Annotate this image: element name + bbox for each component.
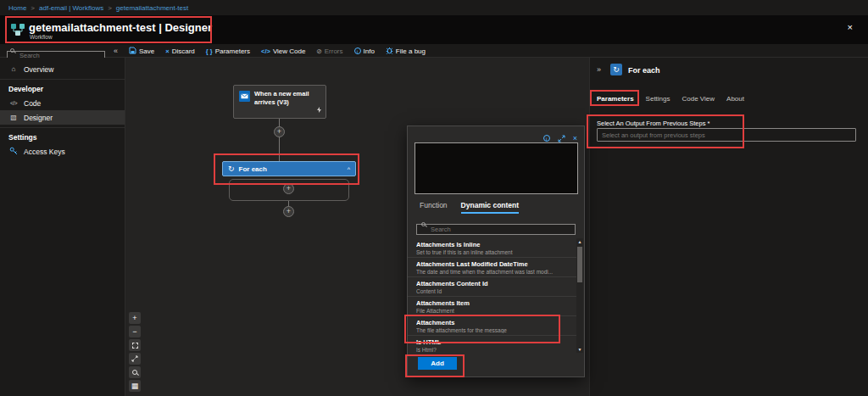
tab-dynamic-content[interactable]: Dynamic content	[461, 201, 520, 214]
item-title: Is HTML	[416, 338, 569, 346]
key-icon	[8, 147, 19, 157]
info-button[interactable]: i Info	[354, 47, 375, 55]
breadcrumb-home[interactable]: Home	[8, 4, 26, 12]
add-step-below-icon[interactable]: +	[283, 206, 294, 217]
code-icon: </>	[8, 100, 19, 106]
foreach-node-title: For each	[239, 165, 267, 173]
breadcrumb-workflows[interactable]: adf-email | Workflows	[39, 4, 103, 12]
panel-expand-icon[interactable]: »	[597, 65, 601, 74]
foreach-node-header[interactable]: ↻ For each ^	[222, 161, 356, 176]
add-action-inside-loop-icon[interactable]: +	[283, 183, 294, 194]
discard-icon: ×	[165, 47, 169, 55]
zoom-out-button[interactable]: −	[129, 326, 141, 337]
add-button[interactable]: Add	[418, 357, 457, 370]
sidebar-section-developer: Developer	[0, 82, 125, 96]
sidebar-divider	[0, 127, 125, 128]
scrollbar-thumb[interactable]	[577, 247, 582, 282]
list-item-attachments-is-inline[interactable]: Attachments Is Inline Set to true if thi…	[408, 238, 577, 258]
dynamic-content-search-input[interactable]	[416, 224, 576, 235]
close-icon[interactable]: ×	[573, 134, 577, 142]
sidebar-section-settings: Settings	[0, 131, 125, 144]
sidebar-item-label: Designer	[24, 114, 53, 122]
page-subtitle: Workflow	[30, 34, 53, 40]
list-item-attachments[interactable]: Attachments The file attachments for the…	[408, 316, 577, 336]
sidebar-item-overview[interactable]: ⌂ Overview	[0, 62, 125, 76]
search-canvas-button[interactable]	[129, 366, 141, 378]
view-code-icon: </>	[261, 47, 270, 55]
minimap-button[interactable]: ▦	[129, 380, 141, 392]
list-item-attachments-content-id[interactable]: Attachments Content Id Content Id	[408, 277, 577, 297]
add-step-icon[interactable]: +	[274, 126, 285, 137]
output-field-label: Select An Output From Previous Steps *	[597, 120, 709, 127]
magnifier-icon	[132, 370, 137, 375]
save-icon	[129, 47, 136, 56]
item-title: Attachments Content Id	[416, 280, 569, 287]
foreach-panel-icon: ↻	[610, 64, 622, 75]
fit-view-icon	[132, 343, 138, 349]
sidebar-item-designer[interactable]: ▧ Designer	[0, 110, 125, 125]
search-icon	[421, 222, 426, 226]
list-item-attachments-last-modified[interactable]: Attachments Last Modified DateTime The d…	[408, 258, 577, 277]
scroll-up-icon[interactable]: ▲	[578, 238, 582, 245]
dynamic-content-search	[416, 220, 576, 231]
discard-label: Discard	[172, 47, 195, 55]
discard-button[interactable]: × Discard	[165, 47, 195, 55]
output-select-input[interactable]	[597, 128, 856, 142]
search-icon	[10, 48, 14, 53]
connector-badge-icon	[316, 101, 322, 116]
item-description: File Attachment	[416, 308, 569, 314]
close-icon[interactable]: ×	[848, 22, 853, 32]
sidebar-search	[7, 46, 105, 56]
sidebar-divider	[0, 79, 125, 80]
fullscreen-button[interactable]	[129, 353, 141, 365]
fit-view-button[interactable]	[129, 339, 141, 351]
collapse-chevron-icon[interactable]: ^	[348, 166, 350, 172]
expression-input[interactable]	[415, 142, 578, 194]
errors-icon: ⊘	[316, 47, 321, 55]
errors-label: Errors	[325, 47, 343, 55]
scrollbar[interactable]: ▲ ▼	[576, 238, 583, 353]
popup-tabs: Function Dynamic content	[420, 201, 519, 214]
view-code-button[interactable]: </> View Code	[261, 47, 305, 55]
file-a-bug-button[interactable]: File a bug	[386, 47, 426, 56]
item-description: Is Html?	[416, 347, 569, 353]
breadcrumb-separator: >	[108, 4, 112, 12]
item-description: The date and time when the attachment wa…	[416, 269, 569, 275]
breadcrumb-current[interactable]: getemailattachment-test	[116, 4, 188, 12]
logic-app-designer-window: Home > adf-email | Workflows > getemaila…	[0, 0, 868, 396]
sidebar-item-label: Overview	[24, 65, 53, 74]
scroll-down-icon[interactable]: ▼	[578, 346, 582, 353]
page-header: getemailattachment-test | Designer Workf…	[0, 15, 868, 44]
info-icon[interactable]: i	[543, 135, 550, 142]
foreach-loop-icon: ↻	[228, 165, 235, 173]
tab-code-view[interactable]: Code View	[682, 95, 715, 105]
panel-title: For each	[628, 66, 660, 75]
workflow-icon	[10, 22, 25, 41]
list-item-is-html[interactable]: Is HTML Is Html?	[408, 336, 577, 354]
tab-function[interactable]: Function	[420, 201, 448, 214]
errors-button[interactable]: ⊘ Errors	[316, 47, 342, 55]
item-description: Content Id	[416, 288, 569, 294]
designer-icon: ▧	[8, 114, 19, 121]
left-sidebar: ⌂ Overview Developer </> Code ▧ Designer…	[0, 58, 125, 396]
sidebar-item-label: Access Keys	[24, 148, 65, 156]
sidebar-item-access-keys[interactable]: Access Keys	[0, 144, 125, 159]
tab-parameters[interactable]: Parameters	[597, 95, 634, 105]
command-bar: « Save × Discard { } Parameters </> View…	[0, 44, 868, 58]
trigger-card-when-new-email-arrives[interactable]: When a new email arrives (V3)	[233, 85, 326, 119]
sidebar-item-label: Code	[24, 99, 41, 108]
zoom-in-button[interactable]: +	[129, 312, 141, 324]
list-item-attachments-item[interactable]: Attachments Item File Attachment	[408, 297, 577, 316]
sidebar-collapse-button[interactable]: «	[114, 47, 118, 55]
canvas-controls: + − ▦	[129, 312, 141, 392]
dynamic-content-popup: i × Function Dynamic content Attachments…	[407, 125, 585, 377]
save-button[interactable]: Save	[129, 47, 154, 56]
parameters-button[interactable]: { } Parameters	[206, 47, 250, 55]
sidebar-item-code[interactable]: </> Code	[0, 96, 125, 110]
bug-icon	[386, 47, 393, 56]
tab-settings[interactable]: Settings	[646, 95, 670, 105]
panel-tabs: Parameters Settings Code View About	[597, 95, 744, 105]
item-title: Attachments Last Modified DateTime	[416, 260, 569, 268]
tab-about[interactable]: About	[726, 95, 744, 105]
save-label: Save	[139, 47, 154, 55]
